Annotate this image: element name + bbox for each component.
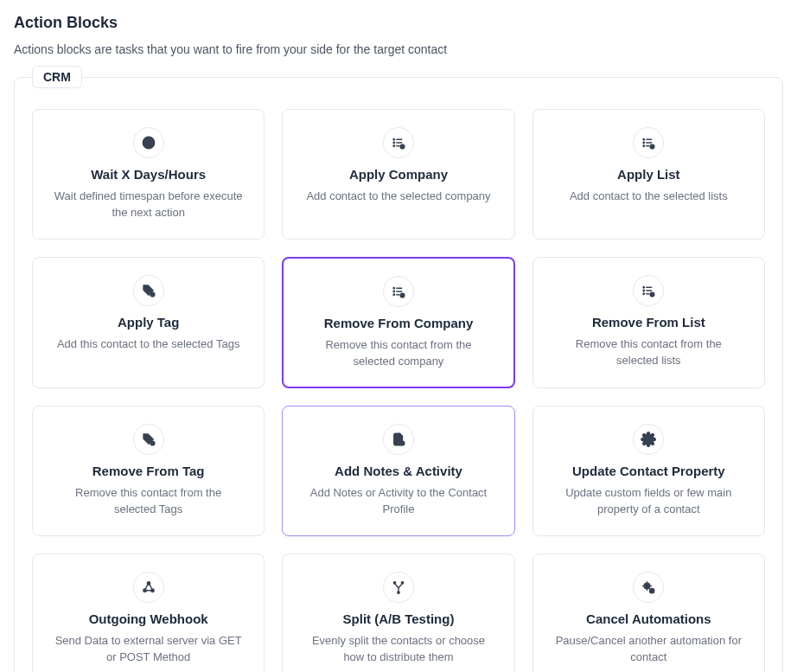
page-subtitle: Actions blocks are tasks that you want t…	[14, 42, 783, 56]
svg-point-35	[643, 293, 645, 295]
card-remove-from-company[interactable]: Remove From Company Remove this contact …	[282, 257, 514, 389]
card-title: Split (A/B Testing)	[343, 611, 455, 626]
card-outgoing-webhook[interactable]: Outgoing Webhook Send Data to external s…	[32, 554, 265, 672]
svg-point-33	[643, 290, 645, 291]
svg-point-14	[643, 145, 645, 147]
cancel-automation-icon	[633, 572, 664, 603]
card-desc: Add contact to the selected company	[306, 189, 490, 205]
svg-point-50	[401, 582, 403, 584]
card-title: Cancel Automations	[586, 611, 711, 626]
card-title: Remove From List	[592, 315, 705, 330]
card-apply-company[interactable]: Apply Company Add contact to the selecte…	[282, 109, 514, 240]
card-title: Apply Tag	[118, 315, 179, 330]
card-title: Remove From Tag	[92, 464, 205, 478]
card-apply-tag[interactable]: Apply Tag Add this contact to the select…	[32, 257, 265, 389]
card-desc: Add contact to the selected lists	[570, 189, 728, 205]
webhook-icon	[133, 572, 164, 603]
svg-point-10	[643, 139, 645, 141]
svg-point-1	[393, 139, 395, 141]
card-title: Remove From Company	[324, 316, 474, 330]
clock-icon	[133, 127, 164, 158]
card-title: Apply List	[617, 167, 680, 182]
card-title: Wait X Days/Hours	[91, 167, 206, 182]
list-plus-icon	[633, 127, 664, 158]
card-cancel-automations[interactable]: Cancel Automations Pause/Cancel another …	[532, 554, 765, 672]
svg-point-51	[398, 592, 399, 593]
card-title: Update Contact Property	[572, 464, 725, 478]
card-add-notes-activity[interactable]: Add Notes & Activity Add Notes or Activi…	[282, 406, 514, 536]
svg-point-31	[643, 286, 645, 288]
svg-point-23	[393, 287, 395, 289]
cards-grid: Wait X Days/Hours Wait defined timespan …	[32, 109, 765, 672]
section-legend: CRM	[32, 66, 82, 88]
card-remove-from-tag[interactable]: Remove From Tag Remove this contact from…	[32, 406, 265, 536]
card-update-contact-property[interactable]: Update Contact Property Update custom fi…	[532, 406, 765, 536]
card-title: Add Notes & Activity	[335, 464, 462, 478]
split-icon	[383, 572, 414, 603]
card-desc: Remove this contact from the selected li…	[553, 336, 743, 369]
card-split-ab-testing[interactable]: Split (A/B Testing) Evenly split the con…	[282, 554, 514, 672]
card-desc: Send Data to external server via GET or …	[54, 633, 244, 666]
svg-point-49	[393, 582, 395, 584]
card-apply-list[interactable]: Apply List Add contact to the selected l…	[532, 109, 765, 240]
card-desc: Update custom fields or few main propert…	[553, 485, 743, 518]
card-desc: Remove this contact from the selected Ta…	[54, 485, 244, 518]
card-desc: Add Notes or Activity to the Contact Pro…	[303, 485, 494, 518]
svg-point-19	[145, 287, 147, 289]
card-remove-from-list[interactable]: Remove From List Remove this contact fro…	[532, 257, 765, 389]
card-desc: Remove this contact from the selected co…	[303, 337, 494, 370]
svg-point-3	[393, 142, 395, 144]
svg-point-53	[647, 585, 648, 586]
file-plus-icon	[383, 424, 414, 455]
card-wait-days-hours[interactable]: Wait X Days/Hours Wait defined timespan …	[32, 109, 265, 240]
card-title: Apply Company	[349, 167, 448, 182]
svg-point-27	[393, 294, 395, 296]
tag-plus-icon	[133, 275, 164, 306]
card-desc: Evenly split the contacts or choose how …	[303, 633, 494, 666]
svg-point-5	[393, 145, 395, 147]
tag-minus-icon	[133, 424, 164, 455]
list-plus-icon	[383, 127, 414, 158]
svg-point-25	[393, 291, 395, 292]
list-minus-icon	[383, 276, 414, 307]
card-desc: Pause/Cancel another automation for cont…	[553, 633, 743, 666]
card-desc: Add this contact to the selected Tags	[57, 336, 240, 353]
svg-point-12	[643, 142, 645, 144]
crm-section: CRM Wait X Days/Hours Wait defined times…	[14, 77, 783, 672]
list-minus-icon	[633, 275, 664, 306]
svg-point-39	[145, 436, 147, 438]
card-title: Outgoing Webhook	[89, 611, 208, 626]
gear-icon	[633, 424, 664, 455]
page-title: Action Blocks	[14, 14, 783, 32]
card-desc: Wait defined timespan before execute the…	[54, 189, 244, 221]
